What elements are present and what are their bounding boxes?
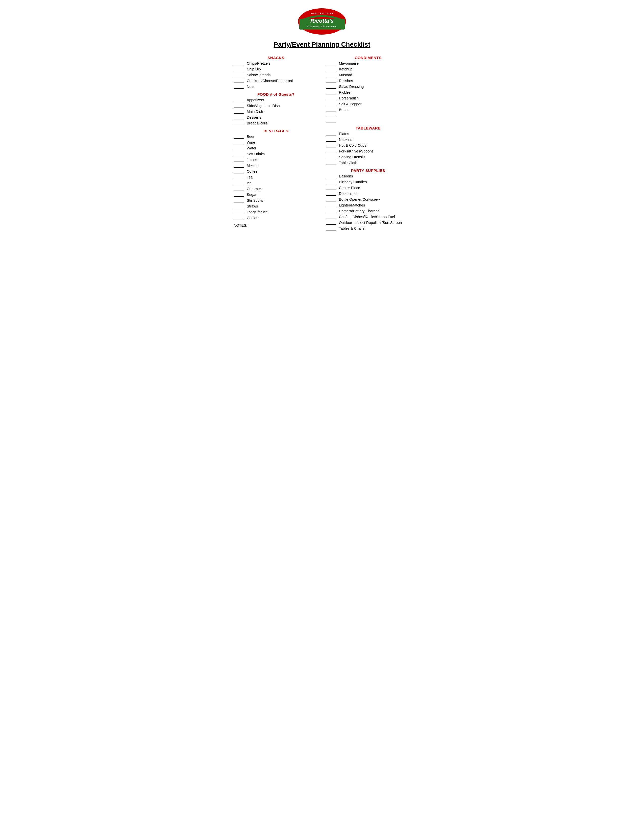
list-item: Mixers (233, 164, 318, 167)
checkbox-line (326, 156, 336, 159)
checkbox-line (326, 204, 336, 207)
checklist-body: SNACKS Chips/Pretzels Chip Dip Salsa/Spr… (233, 56, 411, 232)
list-item: Camera/Battery Charged (326, 209, 411, 213)
checkbox-line (233, 135, 244, 138)
list-item: Table Cloth (326, 161, 411, 165)
list-item: Mayonnaise (326, 61, 411, 65)
checkbox-line (233, 153, 244, 156)
checkbox-line (326, 150, 336, 153)
list-item: Cooler (233, 216, 318, 220)
checkbox-line (233, 104, 244, 108)
list-item: Soft Drinks (233, 152, 318, 156)
list-item: Chips/Pretzels (233, 61, 318, 65)
list-item: Forks/Knives/Spoons (326, 149, 411, 153)
list-item: Nuts (233, 85, 318, 88)
checkbox-line (326, 138, 336, 142)
svg-text:Ricotta's: Ricotta's (311, 18, 333, 24)
list-item: Relishes (326, 79, 411, 83)
ricottas-logo: FOOD THAT TALKS Ricotta's Pizza, Pasta, … (297, 8, 347, 35)
list-item: Wine (233, 140, 318, 145)
list-item: Balloons (326, 174, 411, 178)
list-item: Coffee (233, 169, 318, 174)
list-item: Ketchup (326, 67, 411, 71)
list-item: Butter (326, 108, 411, 112)
list-item: Plates (326, 132, 411, 136)
list-item: Breads/Rolls (233, 121, 318, 125)
checkbox-line (233, 79, 244, 83)
right-column: CONDIMENTS Mayonnaise Ketchup Mustard Re… (323, 56, 411, 232)
list-item: Sugar (233, 193, 318, 197)
list-item: Beer (233, 135, 318, 138)
list-item: Salad Dressing (326, 85, 411, 88)
list-item: Stir Sticks (233, 198, 318, 203)
checkbox-line (326, 144, 336, 148)
checkbox-line (233, 110, 244, 114)
beverages-heading: BEVERAGES (233, 129, 318, 133)
list-item: Salsa/Spreads (233, 73, 318, 77)
list-item: Crackers/Cheese/Pepperoni (233, 79, 318, 83)
checkbox-line (326, 192, 336, 196)
list-item: Lighter/Matches (326, 203, 411, 207)
checkbox-line (233, 176, 244, 179)
list-item: Bottle Opener/Corkscrew (326, 198, 411, 201)
checkbox-line (326, 108, 336, 112)
checkbox-line (326, 119, 336, 122)
checkbox-line (326, 175, 336, 178)
logo-container: FOOD THAT TALKS Ricotta's Pizza, Pasta, … (233, 8, 411, 36)
checkbox-line (233, 98, 244, 102)
list-item: Juices (233, 158, 318, 162)
checkbox-line (233, 205, 244, 208)
list-item: Decorations (326, 191, 411, 196)
checkbox-line (233, 147, 244, 150)
list-item: Desserts (233, 115, 318, 119)
checkbox-line (326, 62, 336, 65)
list-item: Tongs for Ice (233, 210, 318, 214)
checkbox-line (233, 74, 244, 77)
list-item: Water (233, 146, 318, 150)
checkbox-line (233, 170, 244, 174)
condiments-heading: CONDIMENTS (326, 56, 411, 60)
checkbox-line (233, 116, 244, 119)
party-supplies-heading: PARTY SUPPLIES (326, 168, 411, 173)
list-item: Creamer (233, 187, 318, 191)
checkbox-line (326, 103, 336, 106)
list-item: Chip Dip (233, 67, 318, 71)
list-item: Main Dish (233, 109, 318, 114)
checkbox-line (326, 79, 336, 83)
checkbox-line (326, 74, 336, 77)
svg-text:FOOD THAT TALKS: FOOD THAT TALKS (311, 12, 333, 14)
list-item: Birthday Candles (326, 180, 411, 184)
checkbox-line (326, 68, 336, 71)
list-item: Hot & Cold Cups (326, 143, 411, 148)
checkbox-line (326, 91, 336, 95)
checkbox-line (326, 96, 336, 100)
checkbox-line (326, 180, 336, 184)
list-item: Pickles (326, 90, 411, 95)
checkbox-line (233, 122, 244, 125)
list-item: Center Piece (326, 186, 411, 190)
checkbox-line (326, 114, 336, 117)
checkbox-line (233, 199, 244, 203)
list-item: Ice (233, 181, 318, 185)
list-item: Appetizers (233, 98, 318, 102)
list-item: Straws (233, 204, 318, 208)
checkbox-line (233, 211, 244, 214)
tableware-heading: TABLEWARE (326, 126, 411, 130)
food-heading: FOOD # of Guests? (233, 92, 318, 96)
checkbox-line (326, 161, 336, 165)
list-item: Serving Utensils (326, 155, 411, 159)
blank-line (326, 114, 411, 117)
checkbox-line (326, 198, 336, 201)
checkbox-line (326, 209, 336, 213)
checkbox-line (233, 182, 244, 185)
page-title: Party/Event Planning Checklist (233, 41, 411, 48)
svg-text:Pizza, Pasta, Subs and more...: Pizza, Pasta, Subs and more... (306, 25, 338, 28)
left-column: SNACKS Chips/Pretzels Chip Dip Salsa/Spr… (233, 56, 323, 232)
checkbox-line (233, 164, 244, 167)
list-item: Mustard (326, 73, 411, 77)
checkbox-line (233, 216, 244, 220)
snacks-heading: SNACKS (233, 56, 318, 60)
checkbox-line (233, 68, 244, 71)
checkbox-line (233, 62, 244, 65)
list-item: Napkins (326, 138, 411, 142)
